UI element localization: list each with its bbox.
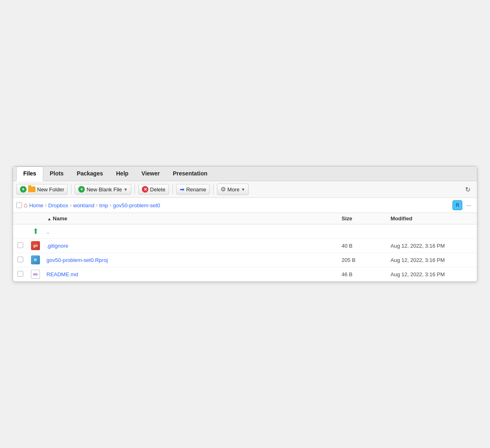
row-icon-readme: MD xyxy=(28,267,43,282)
row-check-gitignore[interactable] xyxy=(13,239,28,253)
rename-arrow-icon: ➡ xyxy=(180,186,185,193)
dropdown-arrow-icon: ▼ xyxy=(124,187,128,192)
new-folder-button[interactable]: + New Folder xyxy=(16,184,68,195)
separator-3 xyxy=(172,184,173,194)
breadcrumb-workland[interactable]: workland xyxy=(73,202,95,208)
row-size-rproj: 205 B xyxy=(338,253,387,267)
gear-icon: ⚙ xyxy=(221,186,226,193)
table-row: R gov50-problem-set0.Rproj 205 B Aug 12,… xyxy=(13,253,477,267)
breadcrumb-dropbox[interactable]: Dropbox xyxy=(48,202,68,208)
rename-button[interactable]: ➡ Rename xyxy=(176,184,210,195)
file-list: ⬆ .. git .gitignore 40 B xyxy=(13,224,477,282)
header-check xyxy=(13,213,28,224)
file-link-rproj[interactable]: gov50-problem-set0.Rproj xyxy=(46,257,108,263)
breadcrumb-sep-4: › xyxy=(110,202,111,208)
file-link-readme[interactable]: README.md xyxy=(46,271,78,277)
header-icon xyxy=(28,213,43,224)
header-name-label: Name xyxy=(53,215,67,222)
tab-presentation[interactable]: Presentation xyxy=(166,166,214,181)
breadcrumb-gov50[interactable]: gov50-problem-set0 xyxy=(113,202,160,208)
row-modified-readme: Aug 12, 2022, 3:16 PM xyxy=(387,267,477,282)
more-label: More xyxy=(227,186,240,193)
more-button[interactable]: ⚙ More ▼ xyxy=(217,184,249,195)
row-modified-parent xyxy=(387,224,477,239)
refresh-button[interactable]: ↻ xyxy=(462,184,474,195)
tab-bar: Files Plots Packages Help Viewer Present… xyxy=(13,166,477,181)
delete-label: Delete xyxy=(150,186,166,193)
row-name-parent[interactable]: .. xyxy=(43,224,338,239)
add-icon: + xyxy=(20,186,26,193)
table-header-row: ▲ Name Size Modified xyxy=(13,213,477,224)
delete-button[interactable]: ✕ Delete xyxy=(138,184,169,195)
row-size-gitignore: 40 B xyxy=(338,239,387,253)
file-checkbox-rproj[interactable] xyxy=(18,257,23,262)
separator-2 xyxy=(135,184,135,194)
separator-1 xyxy=(71,184,71,194)
git-icon: git xyxy=(31,241,40,250)
more-dropdown-arrow-icon: ▼ xyxy=(241,187,245,192)
file-checkbox-gitignore[interactable] xyxy=(18,242,23,248)
md-icon: MD xyxy=(31,270,40,279)
refresh-icon: ↻ xyxy=(465,186,470,193)
row-size-parent xyxy=(338,224,387,239)
breadcrumb-sep-1: › xyxy=(45,202,46,208)
rproj-icon: R xyxy=(31,255,40,264)
new-blank-file-button[interactable]: + New Blank File ▼ xyxy=(75,184,131,195)
tab-plots[interactable]: Plots xyxy=(43,166,70,181)
row-icon-rproj: R xyxy=(28,253,43,267)
file-link-gitignore[interactable]: .gitignore xyxy=(46,243,68,249)
row-modified-gitignore: Aug 12, 2022, 3:16 PM xyxy=(387,239,477,253)
row-name-readme[interactable]: README.md xyxy=(43,267,338,282)
files-panel: Files Plots Packages Help Viewer Present… xyxy=(13,166,477,282)
new-folder-label: New Folder xyxy=(37,186,64,193)
row-modified-rproj: Aug 12, 2022, 3:16 PM xyxy=(387,253,477,267)
breadcrumb-sep-2: › xyxy=(70,202,72,208)
table-row: ⬆ .. xyxy=(13,224,477,239)
table-row: git .gitignore 40 B Aug 12, 2022, 3:16 P… xyxy=(13,239,477,253)
rename-label: Rename xyxy=(186,186,206,193)
delete-icon: ✕ xyxy=(142,186,148,193)
header-modified: Modified xyxy=(387,213,477,224)
header-name[interactable]: ▲ Name xyxy=(43,213,338,224)
home-icon: ⌂ xyxy=(24,202,28,209)
r-badge: R xyxy=(452,200,462,210)
file-checkbox-readme[interactable] xyxy=(18,271,23,277)
tab-viewer[interactable]: Viewer xyxy=(135,166,166,181)
add-icon-2: + xyxy=(78,186,85,193)
breadcrumb: ⌂ Home › Dropbox › workland › tmp › gov5… xyxy=(13,198,477,213)
row-check-rproj[interactable] xyxy=(13,253,28,267)
breadcrumb-sep-3: › xyxy=(96,202,98,208)
row-icon-parent: ⬆ xyxy=(28,224,43,239)
table-row: MD README.md 46 B Aug 12, 2022, 3:16 PM xyxy=(13,267,477,282)
file-link-parent[interactable]: .. xyxy=(46,228,49,235)
new-blank-file-label: New Blank File xyxy=(86,186,122,193)
row-name-gitignore[interactable]: .gitignore xyxy=(43,239,338,253)
folder-icon xyxy=(28,186,35,192)
row-check-readme[interactable] xyxy=(13,267,28,282)
breadcrumb-more-button[interactable]: ··· xyxy=(464,201,474,209)
up-arrow-icon: ⬆ xyxy=(31,227,40,236)
toolbar: + New Folder + New Blank File ▼ ✕ Delete… xyxy=(13,181,477,198)
breadcrumb-tmp[interactable]: tmp xyxy=(99,202,108,208)
sort-arrow-icon: ▲ xyxy=(47,217,51,221)
row-icon-gitignore: git xyxy=(28,239,43,253)
file-table: ▲ Name Size Modified ⬆ .. xyxy=(13,213,477,282)
row-name-rproj[interactable]: gov50-problem-set0.Rproj xyxy=(43,253,338,267)
header-size: Size xyxy=(338,213,387,224)
breadcrumb-home[interactable]: Home xyxy=(29,202,44,208)
tab-files[interactable]: Files xyxy=(16,166,43,181)
separator-4 xyxy=(213,184,214,194)
row-check-parent xyxy=(13,224,28,239)
tab-packages[interactable]: Packages xyxy=(70,166,110,181)
tab-help[interactable]: Help xyxy=(110,166,135,181)
row-size-readme: 46 B xyxy=(338,267,387,282)
breadcrumb-checkbox[interactable] xyxy=(16,202,22,208)
